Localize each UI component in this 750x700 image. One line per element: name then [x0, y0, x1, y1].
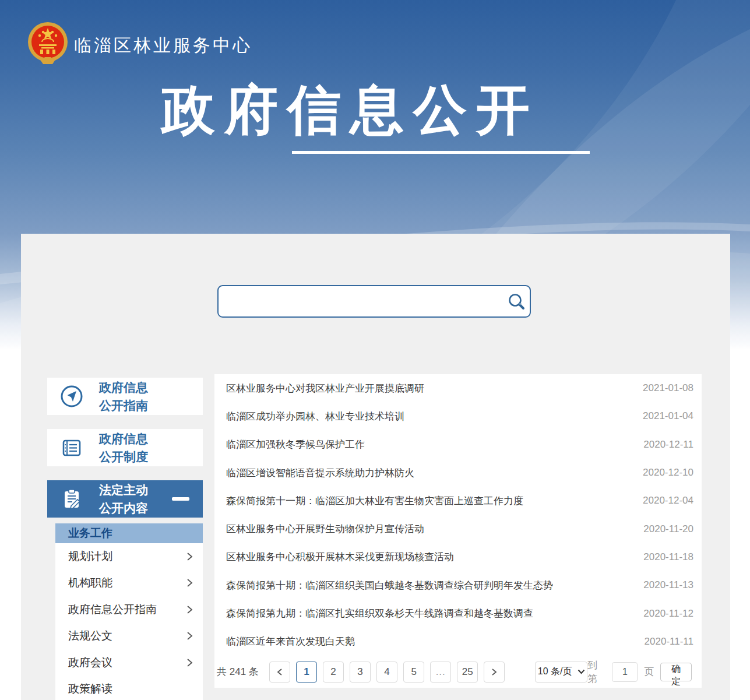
document-icon: [59, 435, 84, 460]
pagination-page-button-4[interactable]: 4: [376, 662, 397, 683]
chevron-right-icon: [186, 631, 193, 641]
article-title[interactable]: 森保简报第十一期：临淄区加大林业有害生物灾害面上巡查工作力度: [226, 494, 523, 508]
pagination-page-button-25[interactable]: 25: [457, 662, 478, 683]
article-title[interactable]: 森保简报第九期：临淄区扎实组织双条杉天牛线路调查和越冬基数调查: [226, 607, 533, 620]
article-title[interactable]: 临淄区加强秋冬季候鸟保护工作: [226, 438, 365, 451]
chevron-left-icon: [276, 668, 283, 676]
chevron-right-icon: [491, 668, 498, 676]
pagination-page-button-1[interactable]: 1: [296, 662, 317, 683]
submenu-item-org-functions[interactable]: 机构职能: [55, 570, 203, 597]
article-row[interactable]: 区林业服务中心对我区林业产业开展摸底调研 2021-01-08: [214, 374, 702, 402]
page-size-label: 10 条/页: [538, 666, 572, 678]
sidebar-item-statutory-disclosure[interactable]: 法定主动 公开内容: [47, 480, 203, 518]
article-row[interactable]: 森保简报第十一期：临淄区加大林业有害生物灾害面上巡查工作力度 2020-12-0…: [214, 487, 702, 515]
sidebar-item-info-disclosure-guide[interactable]: 政府信息 公开指南: [47, 378, 203, 415]
article-date: 2020-11-13: [643, 579, 693, 591]
submenu-item-regulations[interactable]: 法规公文: [55, 623, 203, 650]
submenu-item-planning[interactable]: 规划计划: [55, 543, 203, 570]
sidebar-item-label-line1: 政府信息: [99, 378, 148, 396]
clipboard-pen-icon: [59, 487, 84, 511]
article-date: 2020-11-18: [643, 551, 693, 563]
goto-page-group: 到第 页 确定: [587, 659, 692, 685]
article-row[interactable]: 临淄区成功举办园林、林业专业技术培训 2021-01-04: [214, 402, 702, 430]
chevron-right-icon: [186, 605, 193, 614]
national-emblem-icon: [27, 21, 68, 66]
submenu-item-label: 业务工作: [68, 526, 112, 541]
article-title[interactable]: 临淄区近年来首次发现白天鹅: [226, 635, 355, 648]
search-button[interactable]: [503, 286, 530, 316]
article-date: 2020-12-10: [643, 467, 693, 479]
article-title[interactable]: 森保简报第十期：临淄区组织美国白蛾越冬基数调查综合研判明年发生态势: [226, 579, 553, 592]
search-box: [217, 285, 531, 318]
submenu-item-label: 政府信息公开指南: [68, 602, 157, 617]
page-title: 政府信息公开: [161, 82, 539, 138]
article-row[interactable]: 区林业服务中心开展野生动物保护月宣传活动 2020-11-20: [214, 515, 702, 543]
sidebar-submenu: 业务工作 规划计划 机构职能 政府信息公开指南 法规公文 政府会议 政策解读: [55, 523, 203, 700]
article-row[interactable]: 森保简报第九期：临淄区扎实组织双条杉天牛线路调查和越冬基数调查 2020-11-…: [214, 599, 702, 627]
article-title[interactable]: 临淄区成功举办园林、林业专业技术培训: [226, 410, 404, 423]
pagination-total: 共 241 条: [217, 665, 259, 678]
submenu-item-info-disclosure-guide[interactable]: 政府信息公开指南: [55, 596, 203, 623]
pagination-page-button-2[interactable]: 2: [323, 662, 344, 683]
submenu-item-business-work[interactable]: 业务工作: [55, 523, 203, 543]
sidebar-item-label-line2: 公开指南: [99, 396, 148, 414]
article-date: 2021-01-08: [643, 382, 693, 394]
chevron-right-icon: [186, 552, 193, 561]
article-title[interactable]: 区林业服务中心积极开展林木采伐更新现场核查活动: [226, 550, 454, 564]
article-row[interactable]: 临淄区近年来首次发现白天鹅 2020-11-11: [214, 628, 702, 656]
article-date: 2020-11-11: [645, 636, 693, 648]
article-date: 2020-11-20: [643, 523, 693, 535]
title-underline: [292, 151, 590, 154]
submenu-item-label: 法规公文: [68, 628, 112, 643]
article-date: 2021-01-04: [643, 410, 693, 422]
submenu-item-label: 机构职能: [68, 575, 112, 590]
chevron-right-icon: [186, 578, 193, 588]
article-date: 2020-11-12: [643, 608, 693, 620]
sidebar-item-label-line2: 公开制度: [99, 448, 148, 466]
pagination-page-button-5[interactable]: 5: [403, 662, 424, 683]
article-title[interactable]: 区林业服务中心开展野生动物保护月宣传活动: [226, 522, 424, 536]
article-title[interactable]: 临淄区增设智能语音提示系统助力护林防火: [226, 466, 414, 480]
submenu-item-label: 政府会议: [68, 655, 112, 670]
goto-page-input[interactable]: [612, 662, 638, 682]
pagination-ellipsis-button[interactable]: ...: [430, 662, 451, 683]
chevron-down-icon: [578, 669, 585, 674]
sidebar-item-info-disclosure-system[interactable]: 政府信息 公开制度: [47, 429, 203, 466]
article-row[interactable]: 临淄区加强秋冬季候鸟保护工作 2020-12-11: [214, 431, 702, 459]
pagination-page-button-3[interactable]: 3: [350, 662, 371, 683]
article-date: 2020-12-04: [643, 495, 693, 506]
article-list-panel: 区林业服务中心对我区林业产业开展摸底调研 2021-01-08 临淄区成功举办园…: [214, 374, 702, 688]
pagination-next-button[interactable]: [484, 662, 505, 683]
pagination-prev-button[interactable]: [269, 662, 290, 683]
page: 临淄区林业服务中心 政府信息公开 政府信息 公开指南: [0, 0, 750, 700]
sidebar-item-label-line2: 公开内容: [99, 499, 148, 517]
site-name: 临淄区林业服务中心: [74, 34, 252, 58]
goto-unit-label: 页: [644, 665, 654, 678]
article-row[interactable]: 区林业服务中心积极开展林木采伐更新现场核查活动 2020-11-18: [214, 543, 702, 571]
submenu-item-gov-meetings[interactable]: 政府会议: [55, 649, 203, 676]
search-icon: [508, 293, 525, 310]
goto-confirm-button[interactable]: 确定: [660, 663, 692, 681]
article-title[interactable]: 区林业服务中心对我区林业产业开展摸底调研: [226, 382, 424, 395]
article-row[interactable]: 临淄区增设智能语音提示系统助力护林防火 2020-12-10: [214, 459, 702, 487]
submenu-item-label: 规划计划: [68, 549, 112, 564]
page-size-select[interactable]: 10 条/页: [535, 662, 587, 683]
article-date: 2020-12-11: [643, 439, 693, 451]
sidebar-item-label-line1: 法定主动: [99, 481, 148, 499]
chevron-right-icon: [186, 658, 193, 667]
collapse-minus-icon[interactable]: [172, 497, 189, 501]
goto-label: 到第: [587, 659, 605, 685]
sidebar-item-label-line1: 政府信息: [99, 430, 148, 448]
compass-icon: [59, 384, 84, 409]
submenu-item-label: 政策解读: [68, 681, 112, 697]
article-row[interactable]: 森保简报第十期：临淄区组织美国白蛾越冬基数调查综合研判明年发生态势 2020-1…: [214, 571, 702, 599]
submenu-item-policy-interpretation[interactable]: 政策解读: [55, 676, 203, 700]
search-input[interactable]: [219, 286, 503, 316]
pagination: 共 241 条 1 2 3 4 5 ... 25 10 条/页 到第 页: [214, 656, 702, 688]
